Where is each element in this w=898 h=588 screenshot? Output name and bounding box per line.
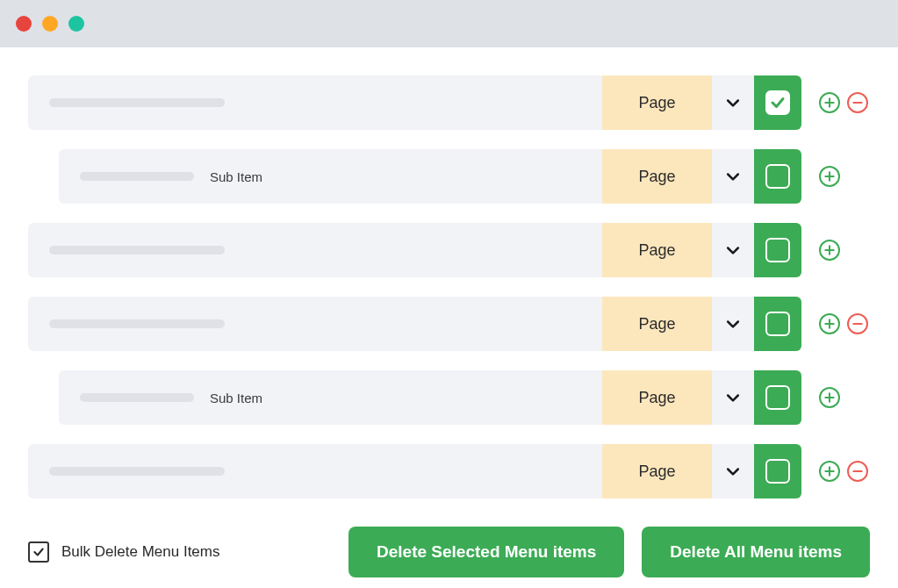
title-placeholder [49, 467, 225, 476]
row-actions [801, 75, 870, 130]
row-dropdown[interactable] [712, 444, 754, 498]
row-select-checkbox[interactable] [754, 75, 801, 130]
bulk-delete-label: Bulk Delete Menu Items [61, 543, 219, 561]
bulk-delete-toggle[interactable]: Bulk Delete Menu Items [28, 541, 219, 563]
plus-icon [823, 391, 836, 404]
row-select-checkbox[interactable] [754, 297, 801, 351]
row-actions [801, 297, 870, 351]
minus-icon [851, 97, 864, 109]
plus-icon [823, 318, 836, 330]
menu-row-main[interactable] [28, 223, 602, 277]
menu-row: Page [28, 223, 870, 277]
row-select-checkbox[interactable] [754, 223, 801, 277]
minus-icon [851, 465, 864, 477]
menu-row: Page [28, 75, 870, 130]
delete-selected-button[interactable]: Delete Selected Menu items [348, 527, 624, 577]
type-badge: Page [602, 223, 712, 277]
title-placeholder [49, 98, 225, 107]
row-dropdown[interactable] [712, 149, 754, 204]
window-minimize-dot[interactable] [42, 16, 58, 32]
title-placeholder [49, 246, 225, 255]
delete-all-button[interactable]: Delete All Menu items [642, 527, 870, 577]
checkbox-box [765, 459, 790, 484]
sub-item-label: Sub Item [210, 169, 262, 184]
type-badge: Page [602, 297, 712, 351]
type-badge: Page [602, 75, 712, 130]
sub-item-label: Sub Item [210, 391, 262, 405]
chevron-down-icon [724, 241, 742, 259]
chevron-down-icon [724, 463, 742, 480]
type-badge: Page [602, 370, 712, 425]
menu-rows-container: PageSub ItemPagePagePageSub ItemPagePage [0, 47, 898, 498]
check-icon [32, 546, 45, 558]
row-actions [801, 370, 870, 425]
bulk-delete-checkbox[interactable] [28, 541, 49, 563]
minus-icon [851, 318, 864, 330]
add-row-button[interactable] [819, 387, 840, 408]
row-select-checkbox[interactable] [754, 370, 801, 425]
plus-icon [823, 170, 836, 183]
checkbox-box [765, 90, 790, 115]
row-actions [801, 444, 870, 498]
menu-row-main[interactable] [28, 75, 602, 130]
menu-row-main[interactable]: Sub Item [59, 149, 602, 204]
window-close-dot[interactable] [16, 16, 32, 32]
plus-icon [823, 465, 836, 477]
delete-row-button[interactable] [847, 92, 868, 113]
row-select-checkbox[interactable] [754, 444, 801, 498]
add-row-button[interactable] [819, 461, 840, 482]
row-dropdown[interactable] [712, 370, 754, 425]
row-actions [801, 223, 870, 277]
add-row-button[interactable] [819, 240, 840, 261]
menu-row: Page [28, 444, 870, 498]
add-row-button[interactable] [819, 313, 840, 334]
row-dropdown[interactable] [712, 223, 754, 277]
row-actions [801, 149, 870, 204]
add-row-button[interactable] [819, 166, 840, 187]
title-placeholder [49, 319, 225, 328]
delete-row-button[interactable] [847, 313, 868, 334]
row-dropdown[interactable] [712, 297, 754, 351]
chevron-down-icon [724, 94, 742, 111]
checkbox-box [765, 385, 790, 410]
chevron-down-icon [724, 168, 742, 185]
title-placeholder [80, 393, 194, 402]
title-placeholder [80, 172, 194, 181]
add-row-button[interactable] [819, 92, 840, 113]
plus-icon [823, 97, 836, 109]
menu-row: Sub ItemPage [59, 370, 870, 425]
menu-row: Page [28, 297, 870, 351]
menu-row-main[interactable] [28, 297, 602, 351]
row-dropdown[interactable] [712, 75, 754, 130]
app-window: PageSub ItemPagePagePageSub ItemPagePage… [0, 0, 898, 588]
menu-row: Sub ItemPage [59, 149, 870, 204]
check-icon [770, 95, 786, 111]
delete-row-button[interactable] [847, 461, 868, 482]
titlebar [0, 0, 898, 47]
checkbox-box [765, 164, 790, 189]
plus-icon [823, 244, 836, 256]
footer-actions: Bulk Delete Menu Items Delete Selected M… [0, 518, 898, 577]
chevron-down-icon [724, 389, 742, 406]
chevron-down-icon [724, 315, 742, 333]
menu-row-main[interactable]: Sub Item [59, 370, 602, 425]
window-zoom-dot[interactable] [68, 16, 84, 32]
checkbox-box [765, 238, 790, 262]
type-badge: Page [602, 149, 712, 204]
type-badge: Page [602, 444, 712, 498]
menu-row-main[interactable] [28, 444, 602, 498]
row-select-checkbox[interactable] [754, 149, 801, 204]
checkbox-box [765, 312, 790, 336]
